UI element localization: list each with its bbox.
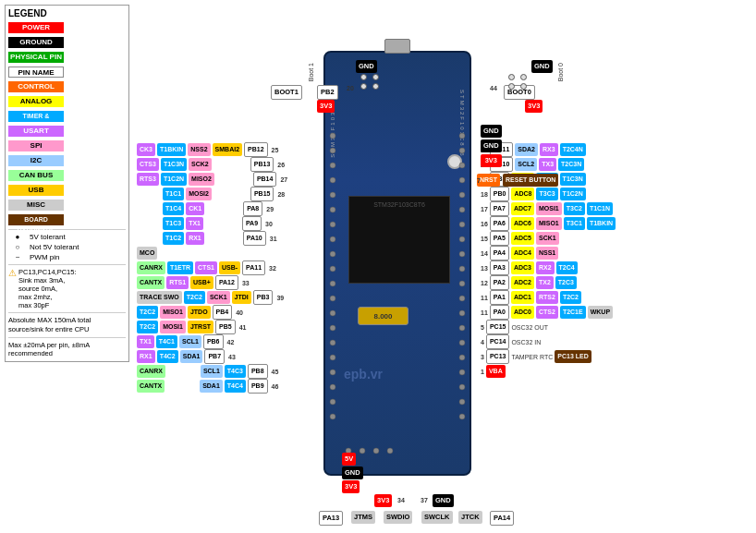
miso1-r: MISO1 xyxy=(536,217,562,230)
gnd-bottom-center: GND xyxy=(433,494,454,507)
legend-item-i2c: I2C xyxy=(8,154,126,167)
pb2-label: PB2 xyxy=(317,85,338,100)
svg-point-19 xyxy=(330,414,335,419)
t1c1n-r: T1C1N xyxy=(587,202,613,215)
legend-item-canbus: CAN BUS xyxy=(8,169,126,182)
pwm-label: PWM pin xyxy=(30,253,59,261)
top-right-power-cluster: GND GND 3V3 xyxy=(481,125,502,167)
wkup-r: WKUP xyxy=(588,306,613,319)
svg-point-20 xyxy=(459,133,465,139)
legend-usart-box: USART xyxy=(8,126,64,137)
t1c3: T1C3 xyxy=(163,217,184,230)
pc14: PC14 xyxy=(486,334,510,349)
usb-connector xyxy=(384,39,410,54)
pa1: PA1 xyxy=(490,290,509,305)
svg-point-14 xyxy=(330,340,335,345)
row-canrx-2: CANRX SCL1 T4C3 PB8 45 xyxy=(137,365,287,378)
num-43: 43 xyxy=(228,354,236,360)
legend-sym-5v: ● 5V tolerant xyxy=(8,233,126,241)
adc4-r: ADC4 xyxy=(511,247,534,260)
num-33: 33 xyxy=(242,280,250,286)
epb-watermark: epb.vr xyxy=(344,367,383,382)
pa10: PA10 xyxy=(243,231,266,246)
left-pin-area: CK3 T1BKIN NSS2 SMBAI2 PB12 25 CTS3 T1C3… xyxy=(137,143,287,394)
svg-point-21 xyxy=(459,148,465,153)
svg-point-25 xyxy=(459,207,465,212)
row-pa6: 16 PA6 ADC6 MISO1 T3C1 T1BKIN xyxy=(481,217,617,230)
t3c1-r: T3C1 xyxy=(564,217,585,230)
num-7: 7 xyxy=(477,177,481,184)
adc3-r: ADC3 xyxy=(511,261,534,274)
adc2-r: ADC2 xyxy=(511,276,534,289)
t1c2: T1C2 xyxy=(163,232,184,245)
t4c3-l: T4C3 xyxy=(225,365,246,378)
dot-2 xyxy=(372,74,379,80)
t1etr: T1ETR xyxy=(167,261,193,274)
legend-item-control: CONTROL xyxy=(8,80,126,93)
mco: MCO xyxy=(137,247,157,260)
svg-point-7 xyxy=(330,236,335,242)
adc0-r: ADC0 xyxy=(511,306,534,319)
legend-spi-box: SPI xyxy=(8,140,64,151)
top-dot-grid-right xyxy=(508,74,530,90)
canrx-2: CANRX xyxy=(137,365,165,378)
swdio: SWDIO xyxy=(384,511,412,524)
num-44: 44 xyxy=(490,85,497,91)
adc6-r: ADC6 xyxy=(511,217,534,230)
sda1-a: SDA1 xyxy=(180,350,203,363)
jtms: JTMS xyxy=(351,511,375,524)
gnd-r2: GND xyxy=(481,139,502,152)
dot-4 xyxy=(372,83,379,90)
svg-point-10 xyxy=(330,281,335,286)
board-visual: STM32F103C8T6 STM32F103C8T6 STM32F103C8T… xyxy=(323,51,471,476)
gnd-r1: GND xyxy=(481,125,502,138)
svg-point-1 xyxy=(330,148,335,153)
pb9: PB9 xyxy=(248,379,268,394)
dot-7 xyxy=(508,83,515,90)
nss1-r: NSS1 xyxy=(536,247,558,260)
row-cantx-1: CANTX RTS1 USB+ PA12 33 xyxy=(137,276,287,289)
boot1-label: BOOT1 xyxy=(271,85,302,100)
svg-point-38 xyxy=(459,399,465,405)
svg-point-8 xyxy=(330,251,335,257)
pa4: PA4 xyxy=(490,246,509,260)
jtdo: JTDO xyxy=(188,306,211,319)
row-pa1: 11 PA1 ADC1 RTS2 T2C2 xyxy=(481,291,617,304)
pb0: PB0 xyxy=(490,187,510,201)
svg-point-29 xyxy=(459,266,465,272)
boot1-text: Boot 1 xyxy=(308,63,314,81)
pc13-led-r: PC13 LED xyxy=(555,350,591,363)
right-pin-holes xyxy=(457,127,467,479)
rts1: RTS1 xyxy=(166,276,189,289)
max-note: Max ±20mA per pin, ±8mA recommended xyxy=(8,341,126,359)
num-46: 46 xyxy=(272,383,279,390)
row-pb15: T1C1 MOSI2 PB15 28 xyxy=(137,188,287,200)
t1bkin-r: T1BKIN xyxy=(587,217,616,230)
legend-item-misc: MISC xyxy=(8,199,126,212)
pa5: PA5 xyxy=(490,231,509,246)
row-pa10: T1C2 RX1 PA10 31 xyxy=(137,232,287,245)
row-pa9: T1C3 TX1 PA9 30 xyxy=(137,217,287,230)
svg-point-43 xyxy=(387,448,393,454)
rx1: RX1 xyxy=(186,232,204,245)
svg-point-5 xyxy=(330,207,335,212)
legend-board-box: BOARD HARDWARE xyxy=(8,214,64,225)
rx3-r: RX3 xyxy=(540,143,558,156)
legend-item-power: POWER xyxy=(8,21,126,34)
rx1-l: RX1 xyxy=(137,350,155,363)
mosi1-r: MOSI1 xyxy=(536,202,562,215)
miso1-l: MISO1 xyxy=(160,306,186,319)
t1c4: T1C4 xyxy=(163,202,184,215)
jtck: JTCK xyxy=(458,511,482,524)
legend-item-spi: SPI xyxy=(8,139,126,152)
mosi2: MOSI2 xyxy=(186,188,212,200)
tx1-l: TX1 xyxy=(137,335,154,348)
pb14: PB14 xyxy=(253,172,277,187)
row-pa2: 12 PA2 ADC2 TX2 T2C3 xyxy=(481,276,617,289)
svg-point-0 xyxy=(330,133,335,139)
row-pa0: 11 PA0 ADC0 CTS2 T2C1E WKUP xyxy=(481,306,617,319)
legend-i2c-box: I2C xyxy=(8,155,64,166)
cts3: CTS3 xyxy=(137,158,159,171)
t2c4n: T2C4N xyxy=(560,143,586,156)
sck1-l: SCK1 xyxy=(207,291,230,304)
